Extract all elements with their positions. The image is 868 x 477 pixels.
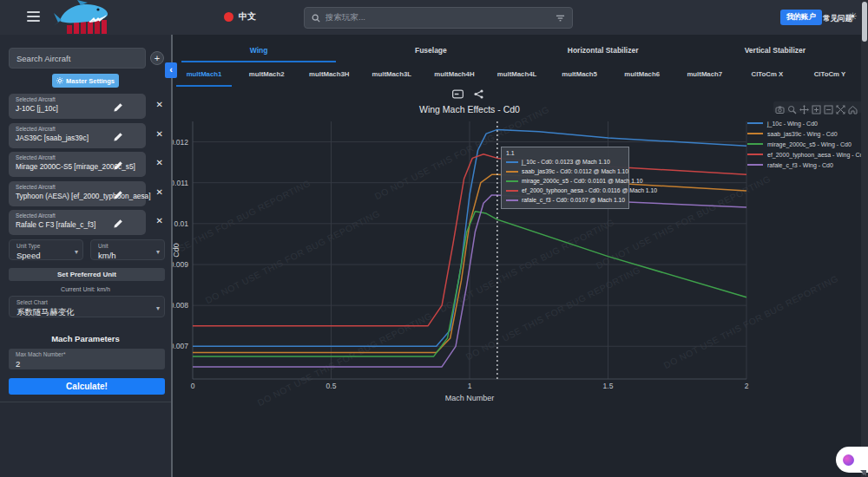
sidebar: Search Aircraft + Master Settings Select…: [0, 35, 171, 477]
calculate-button[interactable]: Calculate!: [9, 378, 165, 395]
aircraft-search-input[interactable]: Search Aircraft: [9, 48, 146, 69]
chevron-down-icon: ▾: [156, 304, 160, 312]
edit-pencil-icon[interactable]: [113, 101, 123, 111]
x-tick-label: 1.5: [603, 382, 614, 390]
tooltip-series-text: mirage_2000c_s5 - Cd0: 0.0101 @ Mach 1.1…: [522, 178, 643, 184]
aircraft-name: Mirage 2000C-S5 [mirage_2000c_s5]: [16, 162, 127, 171]
tooltip-x-value: 1.1: [506, 150, 624, 156]
legend-item[interactable]: rafale_c_f3 - Wing - Cd0: [747, 160, 866, 170]
edit-pencil-icon[interactable]: [113, 217, 123, 227]
remove-aircraft-button[interactable]: ✕: [156, 187, 163, 197]
tooltip-series-swatch: [506, 199, 518, 201]
tooltip-row: ef_2000_typhoon_aesa - Cd0: 0.0116 @ Mac…: [506, 186, 624, 195]
edit-pencil-icon[interactable]: [113, 188, 123, 199]
tooltip-row: rafale_c_f3 - Cd0: 0.0107 @ Mach 1.10: [506, 195, 624, 205]
legend-line-swatch: [747, 122, 763, 124]
unit-type-value: Speed: [16, 251, 70, 260]
selected-aircraft-label: Selected Aircraft: [16, 184, 127, 190]
aircraft-card[interactable]: Selected AircraftRafale C F3 [rafale_c_f…: [9, 210, 146, 235]
resize-corner-icon: [860, 470, 866, 476]
tooltip-row: saab_jas39c - Cd0: 0.0112 @ Mach 1.10: [506, 167, 624, 176]
filter-icon[interactable]: [556, 14, 565, 23]
search-icon: [312, 14, 320, 23]
unit-value: km/h: [98, 251, 152, 260]
my-account-button[interactable]: 我的账户: [780, 10, 822, 25]
aircraft-card[interactable]: Selected AircraftTyphoon (AESA) [ef_2000…: [9, 181, 146, 206]
tooltip-series-swatch: [506, 171, 518, 173]
theme-toggle-sun-icon[interactable]: ☀: [848, 10, 858, 23]
legend-label: ef_2000_typhoon_aesa - Wing - Cd0: [767, 152, 866, 158]
tooltip-row: j_10c - Cd0: 0.0123 @ Mach 1.10: [506, 157, 624, 167]
language-selector[interactable]: 中文: [224, 10, 256, 23]
aircraft-row: Selected AircraftMirage 2000C-S5 [mirage…: [9, 152, 165, 177]
legend-item[interactable]: j_10c - Wing - Cd0: [747, 118, 866, 128]
legend-line-swatch: [747, 154, 763, 155]
edit-pencil-icon[interactable]: [113, 130, 123, 140]
unit-select[interactable]: Unit km/h ▾: [90, 239, 165, 260]
legend-item[interactable]: saab_jas39c - Wing - Cd0: [747, 128, 866, 139]
aircraft-card[interactable]: Selected AircraftJAS39C [saab_jas39c]: [9, 123, 146, 148]
sidebar-divider: [0, 402, 171, 402]
menu-icon[interactable]: [27, 11, 40, 23]
remove-aircraft-button[interactable]: ✕: [156, 158, 163, 167]
add-aircraft-button[interactable]: +: [150, 51, 164, 65]
aircraft-card[interactable]: Selected AircraftMirage 2000C-S5 [mirage…: [9, 152, 146, 177]
gear-icon: [56, 77, 63, 84]
floating-widget-button[interactable]: [836, 447, 868, 473]
legend-item[interactable]: ef_2000_typhoon_aesa - Wing - Cd0: [747, 149, 866, 160]
legend-label: saab_jas39c - Wing - Cd0: [767, 131, 838, 137]
panel-divider: [171, 35, 173, 477]
remove-aircraft-button[interactable]: ✕: [156, 216, 163, 225]
widget-orb-icon: [843, 454, 854, 466]
chevron-down-icon: ▾: [75, 248, 78, 256]
master-settings-button[interactable]: Master Settings: [52, 74, 119, 88]
player-search-input[interactable]: 搜索玩家...: [304, 7, 573, 29]
mach-parameters-heading: Mach Parameters: [0, 334, 171, 343]
max-mach-number-input[interactable]: Max Mach Number* 2: [9, 349, 165, 369]
select-chart-label: Select Chart: [16, 299, 152, 305]
legend-label: rafale_c_f3 - Wing - Cd0: [767, 162, 833, 168]
aircraft-card[interactable]: Selected AircraftJ-10C [j_10c]: [9, 94, 146, 119]
legend-line-swatch: [747, 133, 763, 134]
tooltip-series-text: rafale_c_f3 - Cd0: 0.0107 @ Mach 1.10: [522, 197, 625, 203]
remove-aircraft-button[interactable]: ✕: [156, 100, 163, 109]
aircraft-row: Selected AircraftTyphoon (AESA) [ef_2000…: [9, 181, 165, 206]
hover-tooltip: 1.1 j_10c - Cd0: 0.0123 @ Mach 1.10saab_…: [501, 147, 629, 209]
scrollbar-thumb[interactable]: [862, 2, 867, 42]
selected-aircraft-label: Selected Aircraft: [16, 154, 127, 160]
x-tick-label: 0.5: [326, 382, 337, 390]
aircraft-name: Rafale C F3 [rafale_c_f3]: [16, 220, 127, 229]
selected-aircraft-label: Selected Aircraft: [16, 126, 127, 132]
tooltip-series-text: ef_2000_typhoon_aesa - Cd0: 0.0116 @ Mac…: [522, 187, 657, 193]
unit-type-select[interactable]: Unit Type Speed ▾: [9, 239, 83, 260]
tooltip-row: mirage_2000c_s5 - Cd0: 0.0101 @ Mach 1.1…: [506, 176, 624, 186]
language-flag-icon: [224, 12, 233, 22]
x-tick-label: 0: [191, 382, 195, 390]
tooltip-series-swatch: [506, 190, 518, 192]
aircraft-name: Typhoon (AESA) [ef_2000_typhoon_aesa]: [16, 192, 127, 200]
edit-pencil-icon[interactable]: [113, 159, 123, 169]
set-preferred-unit-button[interactable]: Set Preferred Unit: [9, 268, 165, 281]
top-bar: 中文 搜索玩家... 我的账户 常见问题 ☀: [0, 0, 868, 35]
max-mach-label: Max Mach Number*: [16, 351, 158, 357]
x-tick-label: 1: [468, 382, 472, 390]
aircraft-row: Selected AircraftRafale C F3 [rafale_c_f…: [9, 210, 165, 235]
remove-aircraft-button[interactable]: ✕: [156, 129, 163, 139]
chart-legend: j_10c - Wing - Cd0saab_jas39c - Wing - C…: [747, 118, 866, 170]
sidebar-collapse-button[interactable]: ‹: [165, 62, 177, 78]
x-axis-title: Mach Number: [445, 394, 495, 402]
tooltip-series-swatch: [506, 161, 518, 163]
unit-type-label: Unit Type: [16, 243, 70, 249]
aircraft-row: Selected AircraftJAS39C [saab_jas39c]✕: [9, 123, 165, 148]
legend-item[interactable]: mirage_2000c_s5 - Wing - Cd0: [747, 139, 866, 149]
aircraft-row: Selected AircraftJ-10C [j_10c]✕: [9, 94, 165, 119]
select-chart-dropdown[interactable]: Select Chart 系数随马赫变化 ▾: [9, 296, 165, 317]
language-label: 中文: [239, 10, 256, 23]
y-axis-title: Cd0: [172, 243, 181, 258]
selected-aircraft-label: Selected Aircraft: [16, 212, 127, 219]
page-scrollbar[interactable]: [861, 0, 868, 477]
aircraft-name: JAS39C [saab_jas39c]: [16, 134, 127, 142]
legend-label: j_10c - Wing - Cd0: [767, 121, 818, 127]
x-tick-label: 2: [745, 382, 749, 390]
selected-aircraft-label: Selected Aircraft: [16, 96, 127, 102]
